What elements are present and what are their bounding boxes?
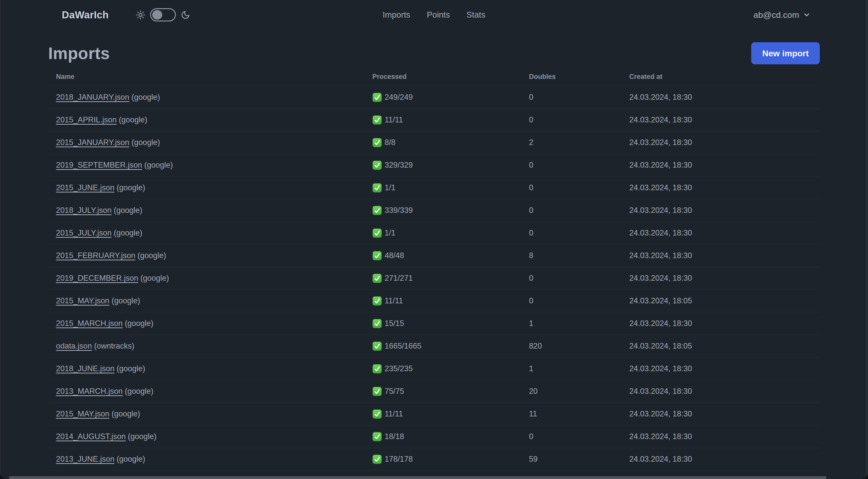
created-at-cell: 24.03.2024, 18:30 <box>621 199 820 222</box>
theme-toggle-knob[interactable] <box>152 10 162 20</box>
created-at-cell: 24.03.2024, 18:30 <box>621 448 820 471</box>
table-row: 2015_MAY.json (google) 11/11 0 24.03.202… <box>48 290 820 312</box>
processed-count: 11/11 <box>385 115 403 124</box>
doubles-cell: 2 <box>521 131 621 154</box>
created-at-value: 24.03.2024, 18:30 <box>629 160 692 169</box>
import-file-link[interactable]: odata.json <box>56 341 92 350</box>
created-at-value: 24.03.2024, 18:30 <box>629 93 692 101</box>
imports-table: Name Processed Doubles Created at 2018_J… <box>48 68 820 479</box>
doubles-count: 0 <box>529 183 533 192</box>
nav-link-points[interactable]: Points <box>427 10 450 20</box>
import-file-link[interactable]: 2019_SEPTEMBER.json <box>56 160 142 169</box>
green-check-icon <box>372 387 382 396</box>
import-file-link[interactable]: 2015_JANUARY.json <box>56 138 129 147</box>
green-check-icon <box>372 274 382 283</box>
column-header-created-at: Created at <box>621 68 820 86</box>
new-import-button[interactable]: New import <box>751 42 820 64</box>
created-at-value: 24.03.2024, 18:30 <box>629 455 692 463</box>
processed-cell: 11/11 <box>365 290 521 312</box>
table-row: 2015_MARCH.json (google) 15/15 1 24.03.2… <box>48 312 820 335</box>
name-cell: odata.json (owntracks) <box>48 335 365 357</box>
table-row: 2013_JUNE.json (google) 178/178 59 24.03… <box>48 448 820 471</box>
imports-page: Imports New import Name Processed Double… <box>48 41 820 479</box>
import-file-link[interactable]: 2015_MAY.json <box>56 409 110 418</box>
doubles-count: 0 <box>529 160 533 169</box>
user-menu[interactable]: ab@cd.com <box>753 10 811 20</box>
import-file-link[interactable]: 2019_DECEMBER.json <box>56 274 138 282</box>
doubles-cell: 0 <box>521 425 621 448</box>
import-file-link[interactable]: 2015_APRIL.json <box>56 115 117 124</box>
doubles-count: 0 <box>529 206 533 215</box>
import-file-link[interactable]: 2015_JULY.json <box>56 229 112 237</box>
table-row: 2015_APRIL.json (google) 11/11 0 24.03.2… <box>48 109 820 131</box>
created-at-cell: 24.03.2024, 18:05 <box>621 335 820 357</box>
vertical-scrollbar[interactable] <box>866 0 868 479</box>
import-source: (google) <box>112 409 140 418</box>
import-source: (google) <box>119 115 148 124</box>
processed-cell: 11/11 <box>365 109 521 131</box>
import-file-link[interactable]: 2013_MARCH.json <box>56 387 123 395</box>
import-file-link[interactable]: 2013_JUNE.json <box>56 455 115 463</box>
import-source: (google) <box>131 138 160 147</box>
import-file-link[interactable]: 2015_MARCH.json <box>56 319 123 328</box>
processed-count: 75/75 <box>385 387 404 396</box>
processed-cell: 1/1 <box>365 176 521 199</box>
import-file-link[interactable]: 2015_FEBRUARY.json <box>56 251 135 260</box>
created-at-cell: 24.03.2024, 18:30 <box>621 176 820 199</box>
processed-count: 1665/1665 <box>385 341 422 351</box>
green-check-icon <box>372 229 382 238</box>
nav-link-stats[interactable]: Stats <box>466 10 485 20</box>
processed-count: 271/271 <box>385 274 413 283</box>
name-cell: 2015_FEBRUARY.json (google) <box>48 244 365 267</box>
table-row: 2013_MARCH.json (google) 75/75 20 24.03.… <box>48 380 820 402</box>
processed-count: 11/11 <box>385 409 403 418</box>
table-row: 2018_JANUARY.json (google) 249/249 0 24.… <box>48 86 820 109</box>
nav-link-imports[interactable]: Imports <box>383 10 410 20</box>
green-check-icon <box>372 115 382 125</box>
processed-count: 1/1 <box>385 183 396 192</box>
name-cell: 2015_JULY.json (google) <box>48 222 365 244</box>
created-at-cell: 24.03.2024, 18:30 <box>621 312 820 335</box>
created-at-value: 24.03.2024, 18:30 <box>629 319 692 328</box>
import-file-link[interactable]: 2014_AUGUST.json <box>56 432 126 441</box>
name-cell: 2015_APRIL.json (google) <box>48 109 365 131</box>
app-window: DaWarIch <box>0 0 868 479</box>
import-file-link[interactable]: 2015_JUNE.json <box>56 183 115 192</box>
import-file-link[interactable]: 2015_MAY.json <box>56 296 110 305</box>
green-check-icon <box>372 160 382 170</box>
import-source: (google) <box>131 93 160 101</box>
green-check-icon <box>372 93 382 102</box>
table-row: 2015_JULY.json (google) 1/1 0 24.03.2024… <box>48 222 820 244</box>
name-cell: 2015_JUNE.json (google) <box>48 176 365 199</box>
created-at-value: 24.03.2024, 18:30 <box>629 115 692 124</box>
processed-count: 1/1 <box>385 229 396 238</box>
doubles-cell: 20 <box>521 380 621 402</box>
import-file-link[interactable]: 2018_JANUARY.json <box>56 93 129 101</box>
import-file-link[interactable]: 2018_JULY.json <box>56 206 112 215</box>
name-cell: 2013_JUNE.json (google) <box>48 448 365 471</box>
green-check-icon <box>372 319 382 328</box>
table-row: 2019_SEPTEMBER.json (google) 329/329 0 2… <box>48 154 820 176</box>
green-check-icon <box>372 296 382 306</box>
brand-logo[interactable]: DaWarIch <box>62 9 109 21</box>
name-cell: 2018_JUNE.json (google) <box>48 357 365 380</box>
created-at-cell: 24.03.2024, 18:30 <box>621 222 820 244</box>
created-at-value: 24.03.2024, 18:05 <box>629 296 692 305</box>
import-file-link[interactable]: 2018_JUNE.json <box>56 364 115 373</box>
import-source: (google) <box>117 183 145 192</box>
table-row: 2014_AUGUST.json (google) 18/18 0 24.03.… <box>48 425 820 448</box>
created-at-value: 24.03.2024, 18:30 <box>629 229 692 237</box>
sun-icon <box>136 10 145 20</box>
horizontal-scrollbar[interactable] <box>9 476 826 479</box>
created-at-value: 24.03.2024, 18:30 <box>629 251 692 260</box>
created-at-value: 24.03.2024, 18:30 <box>629 274 692 282</box>
doubles-cell: 0 <box>521 290 621 312</box>
doubles-count: 0 <box>529 274 533 282</box>
column-header-doubles: Doubles <box>521 68 621 86</box>
theme-toggle[interactable] <box>150 8 176 21</box>
doubles-cell: 8 <box>521 244 621 267</box>
created-at-value: 24.03.2024, 18:30 <box>629 432 692 441</box>
import-source: (google) <box>141 274 169 282</box>
doubles-count: 0 <box>529 93 533 101</box>
created-at-cell: 24.03.2024, 18:30 <box>621 425 820 448</box>
